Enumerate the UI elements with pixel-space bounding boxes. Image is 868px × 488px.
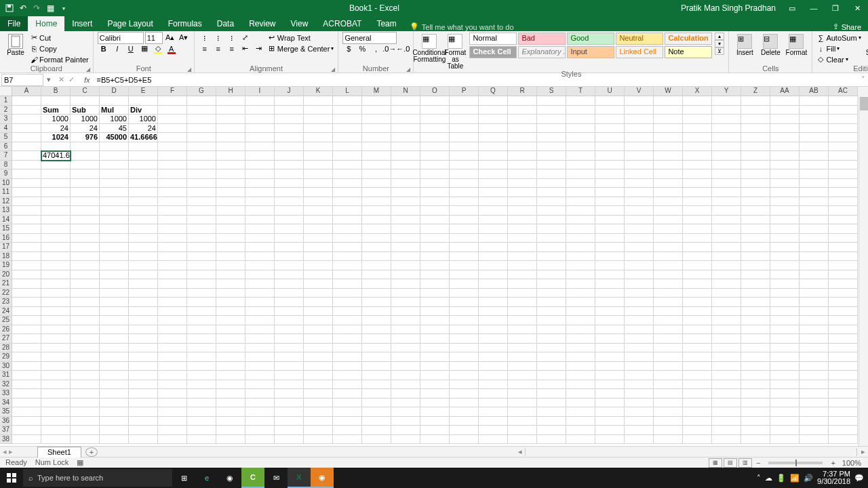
cell-B18[interactable]: [41, 252, 71, 262]
cell-M7[interactable]: [362, 151, 391, 161]
cell-T27[interactable]: [566, 334, 595, 344]
cell-E9[interactable]: [129, 169, 158, 179]
cell-C13[interactable]: [71, 206, 100, 216]
cell-S24[interactable]: [537, 307, 566, 317]
cell-T4[interactable]: [566, 124, 595, 134]
cell-Z3[interactable]: [741, 115, 770, 124]
cell-U29[interactable]: [595, 352, 625, 362]
cell-Z26[interactable]: [741, 325, 770, 335]
cell-N6[interactable]: [391, 142, 420, 152]
cell-M36[interactable]: [362, 417, 391, 426]
cell-W1[interactable]: [654, 96, 683, 106]
cell-C12[interactable]: [71, 197, 100, 207]
cell-O17[interactable]: [420, 243, 450, 252]
cell-V16[interactable]: [625, 234, 654, 243]
cell-AA35[interactable]: [770, 407, 800, 417]
cell-P5[interactable]: [450, 133, 479, 142]
cell-E35[interactable]: [129, 407, 158, 417]
cell-AB37[interactable]: [800, 426, 829, 435]
cell-R17[interactable]: [508, 243, 537, 252]
cell-AA32[interactable]: [770, 380, 800, 390]
cell-Q15[interactable]: [479, 224, 508, 234]
cell-N36[interactable]: [391, 417, 420, 426]
cell-V9[interactable]: [625, 169, 654, 179]
cell-S6[interactable]: [537, 142, 566, 152]
col-head-B[interactable]: B: [41, 87, 71, 96]
cell-Y24[interactable]: [712, 307, 741, 317]
cell-L23[interactable]: [333, 298, 362, 307]
cell-C8[interactable]: [71, 161, 100, 170]
cell-AC17[interactable]: [829, 243, 858, 252]
cell-S2[interactable]: [537, 106, 566, 115]
cell-M32[interactable]: [362, 380, 391, 390]
cell-R13[interactable]: [508, 206, 537, 216]
cell-H35[interactable]: [216, 407, 245, 417]
cell-D4[interactable]: 45: [100, 124, 129, 134]
cell-E14[interactable]: [129, 216, 158, 225]
cell-A16[interactable]: [12, 234, 41, 243]
cell-S33[interactable]: [537, 389, 566, 399]
cell-K27[interactable]: [304, 334, 333, 344]
cell-V31[interactable]: [625, 371, 654, 380]
cell-G7[interactable]: [187, 151, 216, 161]
cell-A12[interactable]: [12, 197, 41, 207]
cell-B32[interactable]: [41, 380, 71, 390]
cell-V6[interactable]: [625, 142, 654, 152]
cell-X23[interactable]: [683, 298, 712, 307]
cell-U31[interactable]: [595, 371, 625, 380]
cell-E3[interactable]: 1000: [129, 115, 158, 124]
cell-P29[interactable]: [450, 352, 479, 362]
cell-Q27[interactable]: [479, 334, 508, 344]
cell-U37[interactable]: [595, 426, 625, 435]
cell-M1[interactable]: [362, 96, 391, 106]
cell-R3[interactable]: [508, 115, 537, 124]
tab-review[interactable]: Review: [241, 16, 283, 31]
cell-O35[interactable]: [420, 407, 450, 417]
cell-A5[interactable]: [12, 133, 41, 142]
cell-E7[interactable]: [129, 151, 158, 161]
mail-app-icon[interactable]: ✉: [264, 468, 288, 488]
cell-A3[interactable]: [12, 115, 41, 124]
cell-K6[interactable]: [304, 142, 333, 152]
fill-color-button[interactable]: ◇: [152, 43, 164, 55]
cell-J29[interactable]: [275, 352, 304, 362]
cell-B26[interactable]: [41, 325, 71, 335]
taskview-icon[interactable]: ⊞: [172, 468, 195, 488]
cell-P26[interactable]: [450, 325, 479, 335]
cell-N29[interactable]: [391, 352, 420, 362]
cell-AA7[interactable]: [770, 151, 800, 161]
cell-P11[interactable]: [450, 188, 479, 197]
cell-M38[interactable]: [362, 435, 391, 445]
row-head-2[interactable]: 2: [0, 106, 12, 115]
cell-Y12[interactable]: [712, 197, 741, 207]
cell-S29[interactable]: [537, 352, 566, 362]
cell-I12[interactable]: [245, 197, 275, 207]
cell-O13[interactable]: [420, 206, 450, 216]
cell-H22[interactable]: [216, 289, 245, 298]
cell-G25[interactable]: [187, 316, 216, 325]
styles-up-icon[interactable]: ▴: [715, 33, 724, 40]
cell-R37[interactable]: [508, 426, 537, 435]
cell-D16[interactable]: [100, 234, 129, 243]
tray-notifications-icon[interactable]: 💬: [854, 474, 864, 483]
cell-N38[interactable]: [391, 435, 420, 445]
cell-W26[interactable]: [654, 325, 683, 335]
cell-AC12[interactable]: [829, 197, 858, 207]
cell-Z27[interactable]: [741, 334, 770, 344]
cell-D38[interactable]: [100, 435, 129, 445]
cell-V28[interactable]: [625, 344, 654, 353]
col-head-N[interactable]: N: [391, 87, 420, 96]
cell-L29[interactable]: [333, 352, 362, 362]
cell-L3[interactable]: [333, 115, 362, 124]
cell-P2[interactable]: [450, 106, 479, 115]
cell-M8[interactable]: [362, 161, 391, 170]
cell-I18[interactable]: [245, 252, 275, 262]
cell-X32[interactable]: [683, 380, 712, 390]
cell-U18[interactable]: [595, 252, 625, 262]
row-head-14[interactable]: 14: [0, 216, 12, 225]
cell-H25[interactable]: [216, 316, 245, 325]
cell-B11[interactable]: [41, 188, 71, 197]
cell-X5[interactable]: [683, 133, 712, 142]
cell-S22[interactable]: [537, 289, 566, 298]
cell-E26[interactable]: [129, 325, 158, 335]
